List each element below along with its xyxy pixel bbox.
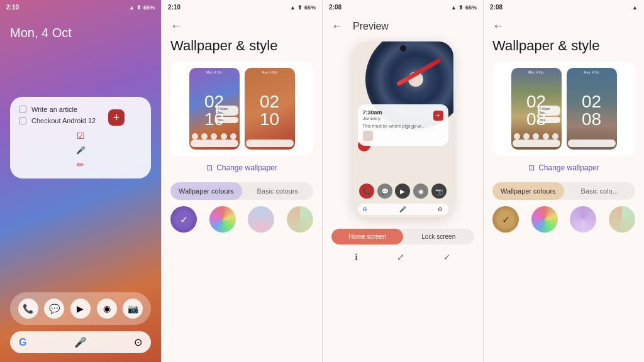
- swatch-multicolor[interactable]: [209, 206, 236, 233]
- widget-desc: This must be where pigs go w...: [363, 124, 443, 128]
- wallpaper-colours-tab[interactable]: Wallpaper colours: [170, 182, 242, 200]
- thumb-dock-icon-10: [552, 133, 558, 140]
- wallpaper-preview-thumbs: Mon, 4 Oct 0210 7:30amJan... This... Mon…: [170, 62, 313, 156]
- time-panel1: 2:10: [6, 4, 19, 11]
- signal-icon-p3: ⬆: [458, 4, 464, 11]
- task-label-2: Checkout Android 12: [31, 117, 96, 124]
- info-icon[interactable]: ℹ: [355, 252, 358, 262]
- thumb-dock-icon-4: [221, 133, 227, 140]
- lens-search-icon[interactable]: ⊙: [134, 336, 142, 348]
- back-button-p3[interactable]: ←: [331, 19, 343, 33]
- preview-dock-msg[interactable]: 💬: [377, 184, 392, 199]
- thumb-dock-icon-5: [230, 133, 236, 140]
- preview-title: Preview: [353, 21, 389, 32]
- swatch-check-icon: ✓: [180, 214, 188, 226]
- camera-notch: [400, 45, 406, 52]
- wifi-icon: ▲: [129, 4, 135, 11]
- thumb-dock-icon-1: [192, 133, 198, 140]
- wallpaper-colours-tab-2[interactable]: Wallpaper colours: [492, 182, 564, 200]
- widget-time-label: 7:30am: [363, 109, 382, 116]
- thumb-lock-time: 0210: [245, 74, 295, 128]
- signal-icon: ⬆: [136, 4, 142, 11]
- signal-icon-p4: ▲: [632, 4, 638, 11]
- messages-dock-icon[interactable]: 💬: [44, 299, 64, 319]
- task-checkbox-1[interactable]: [19, 106, 26, 113]
- signal-icon-p2: ⬆: [297, 4, 303, 11]
- colour-swatches-panel2: ✓: [162, 206, 322, 233]
- back-button-p4[interactable]: ←: [492, 19, 504, 33]
- preview-widget-card: 7:30am January + This must be where pigs…: [358, 104, 448, 146]
- widget-date-label: January: [363, 116, 382, 121]
- wifi-icon-p3: ▲: [451, 4, 457, 11]
- expand-icon[interactable]: ⤢: [397, 252, 404, 262]
- swatch-blue-pink[interactable]: [248, 206, 274, 233]
- widget-fab-preview[interactable]: +: [433, 111, 443, 121]
- preview-dock-cam[interactable]: 📷: [431, 184, 447, 199]
- add-task-button[interactable]: +: [108, 109, 125, 126]
- basic-colours-tab[interactable]: Basic colours: [242, 182, 314, 200]
- widget-icon-2: [363, 131, 373, 141]
- play-dock-icon[interactable]: ▶: [70, 299, 91, 319]
- thumb-lock-landscape-time: 0208: [567, 74, 617, 128]
- swatch-brown-selected[interactable]: ✓: [492, 206, 519, 233]
- wp-header-1: ←: [162, 13, 322, 33]
- time-panel3: 2:08: [329, 4, 341, 11]
- preview-dock-phone[interactable]: 📞: [359, 184, 374, 199]
- chrome-dock-icon[interactable]: ◉: [97, 299, 117, 319]
- phone-dock-icon[interactable]: 📞: [18, 299, 38, 319]
- status-icons-panel4: ▲: [632, 4, 638, 11]
- thumb-searchbar-2: [513, 140, 560, 147]
- wallpaper-preview-thumbs-2: Mon, 4 Oct 0208 7:30amJan... This... Mon…: [492, 62, 635, 156]
- thumb-lock-searchbar: [246, 140, 294, 147]
- phone-search-preview[interactable]: G 🎤 ⊙: [358, 204, 448, 215]
- thumb-lock[interactable]: Mon, 4 Oct 0210: [245, 68, 295, 150]
- change-wallpaper-label-2: Change wallpaper: [538, 163, 599, 172]
- colour-tabs-panel4: Wallpaper colours Basic colo...: [492, 182, 635, 200]
- wp-header-2: ←: [484, 13, 644, 33]
- edit-icon: ✏: [19, 160, 142, 170]
- status-bar-panel4: 2:08 ▲: [484, 0, 644, 13]
- time-panel4: 2:08: [490, 4, 502, 11]
- wp-title-2: Wallpaper & style: [484, 33, 644, 62]
- basic-colours-tab-2[interactable]: Basic colo...: [564, 182, 636, 200]
- swatch-green-brown-2[interactable]: [609, 206, 635, 233]
- thumb-dock-2: [513, 133, 560, 140]
- google-search-bar[interactable]: G 🎤 ⊙: [10, 331, 151, 353]
- swatch-purple-light-2[interactable]: [570, 206, 596, 233]
- camera-dock-icon[interactable]: 📷: [123, 299, 143, 319]
- change-wallpaper-button[interactable]: ⊡ Change wallpaper: [206, 163, 277, 172]
- phone-preview-mockup: ♪ ♫ 7:30am January + This must be where …: [353, 41, 453, 217]
- status-icons-panel2: ▲ ⬆ 65%: [290, 4, 316, 11]
- colour-swatches-panel4: ✓: [484, 206, 644, 233]
- mic-search-icon[interactable]: 🎤: [74, 336, 87, 348]
- preview-header: ← Preview: [323, 13, 483, 33]
- home-screen-tab[interactable]: Home screen: [331, 229, 403, 244]
- swatch-multicolor-2[interactable]: [531, 206, 558, 233]
- task-label-1: Write an article: [31, 106, 77, 113]
- preview-dock-play[interactable]: ▶: [395, 184, 410, 199]
- change-wallpaper-button-2[interactable]: ⊡ Change wallpaper: [528, 163, 599, 172]
- preview-lens-icon: ⊙: [438, 206, 443, 212]
- swatch-green-brown[interactable]: [287, 206, 313, 233]
- confirm-icon[interactable]: ✓: [443, 252, 451, 262]
- thumb-lock-landscape[interactable]: Mon, 4 Oct 0208: [567, 68, 617, 150]
- thumb-dock-icon-6: [514, 133, 520, 140]
- swatch-purple-selected[interactable]: ✓: [170, 206, 197, 233]
- thumb-dock-icon-2: [201, 133, 208, 140]
- thumb-lock-searchbar-2: [568, 140, 616, 147]
- colour-tabs-panel2: Wallpaper colours Basic colours: [170, 182, 313, 200]
- panel-preview: 2:08 ▲ ⬆ 65% ← Preview ♪ ♫: [322, 0, 483, 362]
- thumb-searchbar: [191, 140, 238, 147]
- panel-wallpaper-style-1: 2:10 ▲ ⬆ 65% ← Wallpaper & style Mon, 4 …: [161, 0, 322, 362]
- back-button-p2[interactable]: ←: [170, 19, 182, 33]
- thumb-home-landscape[interactable]: Mon, 4 Oct 0208 7:30amJan... This...: [511, 68, 562, 150]
- preview-dock-chrome[interactable]: ◉: [413, 184, 428, 199]
- task-checkbox-2[interactable]: [19, 117, 26, 124]
- lock-screen-tab[interactable]: Lock screen: [403, 229, 475, 244]
- wp-title-1: Wallpaper & style: [162, 33, 322, 62]
- mic-icon: 🎤: [19, 146, 142, 155]
- wifi-icon-p2: ▲: [290, 4, 296, 11]
- panel-wallpaper-style-2: 2:08 ▲ ← Wallpaper & style Mon, 4 Oct 02…: [483, 0, 644, 362]
- thumb-dock-icon-8: [533, 133, 539, 140]
- thumb-home[interactable]: Mon, 4 Oct 0210 7:30amJan... This...: [189, 68, 240, 150]
